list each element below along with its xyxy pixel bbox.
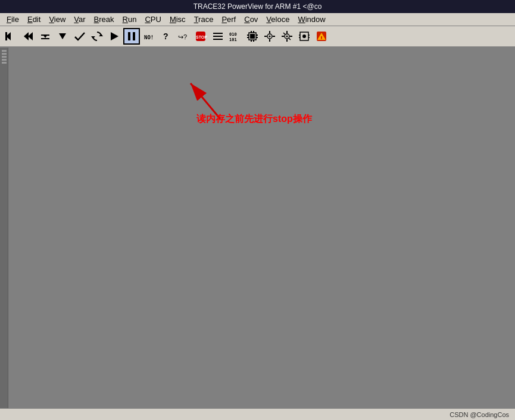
btn-run[interactable]	[106, 28, 123, 45]
svg-rect-6	[41, 38, 49, 39]
svg-rect-24	[250, 34, 255, 39]
main-content: 读内存之前先进行stop操作	[0, 48, 515, 408]
svg-rect-1	[5, 32, 7, 40]
svg-text:101: 101	[229, 37, 237, 42]
svg-rect-29	[251, 31, 252, 33]
menu-var[interactable]: Var	[70, 14, 89, 25]
btn-step-beginning[interactable]	[2, 28, 19, 45]
toolbar: NO! ? ↪? STOP 010 101	[0, 26, 515, 48]
svg-rect-18	[213, 33, 223, 34]
svg-marker-9	[91, 36, 95, 39]
btn-action1[interactable]	[37, 28, 54, 45]
svg-marker-3	[28, 32, 33, 40]
menu-edit[interactable]: Edit	[23, 14, 45, 25]
down-arrow-icon	[56, 30, 69, 43]
svg-line-46	[289, 38, 291, 40]
svg-point-48	[302, 35, 306, 38]
btn-refresh[interactable]	[89, 28, 105, 45]
svg-rect-32	[253, 40, 254, 42]
red-action-icon	[315, 30, 328, 43]
menu-misc[interactable]: Misc	[166, 14, 190, 25]
svg-rect-20	[213, 39, 223, 40]
svg-rect-25	[247, 35, 249, 36]
svg-rect-35	[269, 31, 270, 33]
menu-cpu[interactable]: CPU	[141, 14, 165, 25]
annotation-arrow-svg	[179, 77, 250, 125]
svg-marker-5	[43, 35, 48, 38]
svg-rect-44	[290, 36, 292, 37]
list-icon	[211, 30, 224, 43]
svg-marker-7	[59, 33, 66, 39]
menu-veloce[interactable]: Veloce	[262, 14, 294, 25]
svg-rect-41	[286, 31, 288, 33]
btn-stop[interactable]: STOP	[192, 28, 209, 45]
svg-text:STOP: STOP	[196, 35, 207, 39]
svg-rect-26	[247, 37, 249, 38]
status-text: CSDN @CodingCos	[450, 411, 509, 418]
menu-view[interactable]: View	[45, 14, 70, 25]
menu-cov[interactable]: Cov	[240, 14, 262, 25]
svg-rect-30	[253, 31, 254, 33]
sidebar-marker	[2, 62, 7, 64]
svg-marker-2	[24, 32, 29, 40]
svg-point-34	[269, 36, 271, 37]
status-bar: CSDN @CodingCos	[0, 408, 515, 420]
pause-icon	[125, 30, 138, 43]
svg-rect-31	[251, 40, 252, 42]
chip-icon	[246, 30, 259, 43]
menu-break[interactable]: Break	[90, 14, 118, 25]
sidebar-marker	[2, 53, 7, 55]
btn-not-equal[interactable]: NO!	[141, 28, 157, 45]
stop-icon: STOP	[194, 30, 207, 43]
svg-text:NO!: NO!	[144, 35, 154, 40]
sidebar-marker	[2, 56, 7, 58]
sidebar-marker	[2, 59, 7, 61]
title-bar: TRACE32 PowerView for ARM #1 <@co	[0, 0, 515, 13]
svg-text:↪?: ↪?	[178, 33, 187, 40]
step-back-icon	[21, 30, 35, 43]
menu-window[interactable]: Window	[294, 14, 329, 25]
btn-list[interactable]	[210, 28, 226, 45]
btn-chip[interactable]	[244, 28, 261, 45]
btn-binary[interactable]: 010 101	[227, 28, 244, 45]
btn-help[interactable]: ?	[158, 28, 174, 45]
help2-icon: ↪?	[177, 30, 190, 43]
svg-rect-38	[273, 36, 275, 37]
menu-run[interactable]: Run	[118, 14, 141, 25]
svg-rect-11	[128, 32, 130, 40]
svg-text:010: 010	[229, 32, 237, 37]
btn-cpu1[interactable]	[261, 28, 278, 45]
binary-icon: 010 101	[229, 30, 242, 43]
step-beginning-icon	[4, 30, 17, 43]
cpu2-icon	[280, 30, 294, 43]
btn-help2[interactable]: ↪?	[175, 28, 192, 45]
annotation-text: 读内存之前先进行stop操作	[196, 113, 312, 126]
svg-line-58	[191, 83, 220, 119]
menu-perf[interactable]: Perf	[217, 14, 240, 25]
svg-line-45	[283, 33, 285, 35]
svg-text:?: ?	[163, 32, 168, 41]
svg-rect-55	[321, 36, 322, 38]
svg-point-56	[321, 38, 322, 39]
left-sidebar	[0, 48, 8, 408]
svg-rect-37	[264, 36, 267, 37]
menu-trace[interactable]: Trace	[190, 14, 218, 25]
menu-bar: File Edit View Var Break Run CPU Misc Tr…	[0, 13, 515, 26]
svg-rect-36	[269, 39, 270, 42]
svg-marker-8	[99, 34, 103, 36]
svg-rect-43	[282, 36, 284, 37]
menu-file[interactable]: File	[2, 14, 23, 25]
svg-rect-27	[256, 35, 258, 36]
action1-icon	[39, 30, 52, 43]
btn-go[interactable]	[71, 28, 88, 45]
cpu1-icon	[263, 30, 276, 43]
btn-down[interactable]	[54, 28, 71, 45]
svg-rect-12	[133, 32, 135, 40]
btn-cpu3[interactable]	[296, 28, 313, 45]
btn-cpu2[interactable]	[279, 28, 295, 45]
svg-rect-19	[213, 36, 223, 37]
btn-pause[interactable]	[123, 28, 140, 45]
btn-step-back[interactable]	[20, 28, 36, 45]
btn-red-action[interactable]	[313, 28, 330, 45]
title-text: TRACE32 PowerView for ARM #1 <@co	[193, 2, 322, 11]
